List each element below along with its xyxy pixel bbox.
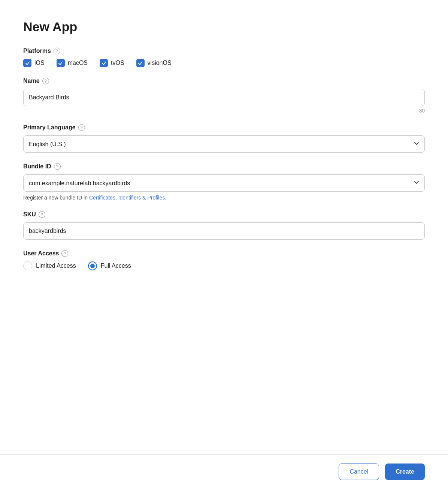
primary-language-select[interactable]: English (U.S.) English (U.K.) French Ger… <box>23 135 425 153</box>
sku-label: SKU ? <box>23 211 425 218</box>
primary-language-select-wrapper: English (U.S.) English (U.K.) French Ger… <box>23 135 425 153</box>
primary-language-help-icon[interactable]: ? <box>78 124 85 131</box>
sku-help-icon[interactable]: ? <box>39 211 45 218</box>
platform-visionos-checkbox-box <box>136 59 145 67</box>
name-section: Name ? 30 <box>23 78 425 114</box>
bundle-id-select[interactable]: com.example.naturelab.backyardbirds <box>23 174 425 192</box>
page-container: New App Platforms ? iOS <box>0 0 448 454</box>
platform-tvos-checkbox-box <box>100 59 108 67</box>
platforms-label: Platforms ? <box>23 48 425 54</box>
svg-point-1 <box>90 264 95 268</box>
name-char-count: 30 <box>23 108 425 114</box>
sku-section: SKU ? <box>23 211 425 240</box>
primary-language-label: Primary Language ? <box>23 124 425 131</box>
platform-visionos-label: visionOS <box>148 60 172 66</box>
user-access-label: User Access ? <box>23 250 425 257</box>
user-access-limited-radio[interactable]: Limited Access <box>23 261 76 270</box>
bundle-id-help-text: Register a new bundle ID in Certificates… <box>23 195 425 201</box>
user-access-radio-row: Limited Access Full Access <box>23 261 425 270</box>
user-access-full-radio[interactable]: Full Access <box>88 261 131 270</box>
platform-tvos-label: tvOS <box>111 60 124 66</box>
user-access-limited-radio-circle <box>23 261 32 270</box>
bundle-id-label: Bundle ID ? <box>23 163 425 170</box>
platform-ios-checkbox-box <box>23 59 31 67</box>
user-access-full-label: Full Access <box>101 262 131 269</box>
user-access-limited-label: Limited Access <box>36 262 76 269</box>
platform-macos-label: macOS <box>68 60 88 66</box>
page-title: New App <box>23 20 425 34</box>
bundle-id-section: Bundle ID ? com.example.naturelab.backya… <box>23 163 425 201</box>
bundle-id-select-wrapper: com.example.naturelab.backyardbirds <box>23 174 425 192</box>
sku-input[interactable] <box>23 222 425 240</box>
user-access-section: User Access ? Limited Access Full Access <box>23 250 425 270</box>
platforms-help-icon[interactable]: ? <box>54 48 60 54</box>
cancel-button[interactable]: Cancel <box>339 464 379 480</box>
create-button[interactable]: Create <box>385 464 425 480</box>
platform-macos-checkbox[interactable]: macOS <box>57 59 88 67</box>
platforms-section: Platforms ? iOS macOS <box>23 48 425 67</box>
user-access-help-icon[interactable]: ? <box>61 250 68 257</box>
user-access-full-radio-circle <box>88 261 97 270</box>
platform-ios-checkbox[interactable]: iOS <box>23 59 45 67</box>
name-label: Name ? <box>23 78 425 84</box>
bundle-id-help-icon[interactable]: ? <box>54 163 61 170</box>
platform-macos-checkbox-box <box>57 59 65 67</box>
platform-tvos-checkbox[interactable]: tvOS <box>100 59 124 67</box>
platform-visionos-checkbox[interactable]: visionOS <box>136 59 172 67</box>
name-input[interactable] <box>23 89 425 106</box>
name-help-icon[interactable]: ? <box>42 78 49 84</box>
platforms-row: iOS macOS tvOS <box>23 59 425 67</box>
certificates-link[interactable]: Certificates, Identifiers & Profiles. <box>89 195 166 201</box>
platform-ios-label: iOS <box>34 60 45 66</box>
primary-language-section: Primary Language ? English (U.S.) Englis… <box>23 124 425 153</box>
footer: Cancel Create <box>0 454 448 489</box>
